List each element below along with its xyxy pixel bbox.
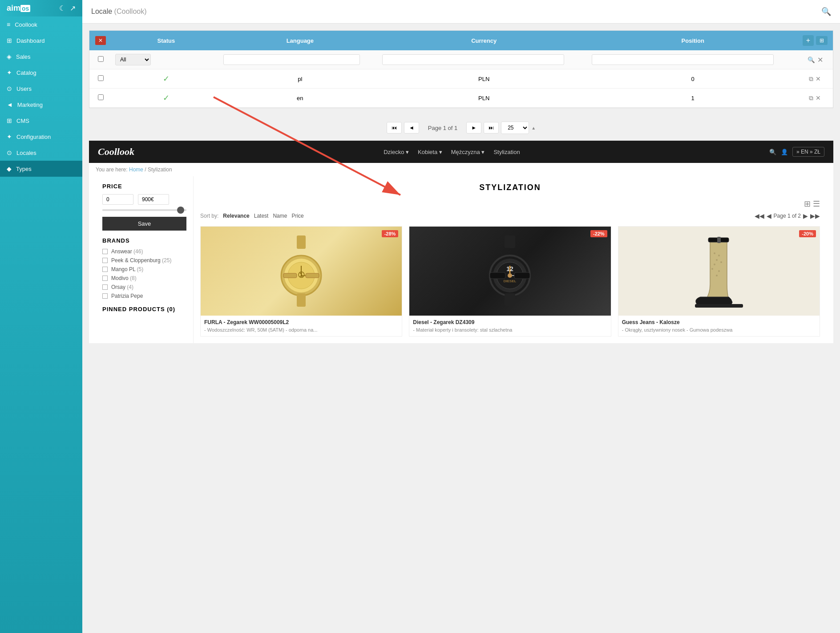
view-controls: ⊞ ☰ [200, 199, 820, 209]
svg-point-27 [714, 264, 715, 265]
delete-all-button[interactable]: ✕ [95, 36, 106, 45]
svg-rect-11 [306, 273, 319, 278]
sidebar-item-coollook[interactable]: ≡ Coollook [0, 16, 82, 32]
status-filter-select[interactable]: All Enabled Disabled [115, 54, 151, 65]
products-first-button[interactable]: ◀◀ [755, 212, 764, 219]
sidebar: aimos ☾ ↗ ≡ Coollook ⊞ Dashboard ◈ Sales… [0, 0, 82, 633]
product-2-image: 12 DIESEL [409, 227, 610, 316]
store-user-icon[interactable]: 👤 [781, 149, 788, 155]
price-slider-thumb[interactable] [177, 207, 184, 214]
sidebar-item-types[interactable]: ◆ Types [0, 161, 82, 177]
copy-row-1-button[interactable]: ⧉ [809, 75, 813, 83]
columns-button[interactable]: ⊞ [816, 36, 828, 45]
brand-orsay-label: Orsay (4) [111, 284, 133, 290]
products-next-button[interactable]: ▶ [803, 212, 808, 219]
filter-actions: 🔍 ✕ [797, 52, 833, 68]
per-page-select[interactable]: 25 50 100 [501, 122, 529, 134]
position-filter-input[interactable] [592, 54, 774, 65]
store-menu-dziecko[interactable]: Dziecko ▾ [384, 149, 409, 155]
sort-name[interactable]: Name [273, 213, 287, 219]
sort-price[interactable]: Price [291, 213, 303, 219]
product-card-3[interactable]: -20% [618, 226, 820, 337]
brand-modivo-checkbox[interactable] [102, 276, 108, 281]
sidebar-item-locales[interactable]: ⊙ Locales [0, 145, 82, 161]
store-menu-mezczyzna[interactable]: Mężczyzna ▾ [451, 149, 485, 155]
brand-orsay-checkbox[interactable] [102, 284, 108, 290]
products-last-button[interactable]: ▶▶ [810, 212, 820, 219]
brand-peek-checkbox[interactable] [102, 258, 108, 263]
sidebar-item-label: Catalog [16, 69, 36, 76]
search-filter-button[interactable]: 🔍 [808, 57, 815, 63]
add-row-button[interactable]: + [803, 35, 814, 46]
grid-view-icon[interactable]: ⊞ [804, 199, 811, 209]
price-max-input[interactable] [138, 194, 169, 205]
product-3-image [618, 227, 820, 316]
store-menu-kobieta[interactable]: Kobieta ▾ [418, 149, 442, 155]
language-filter-input[interactable] [223, 54, 360, 65]
breadcrumb-home[interactable]: Home [129, 166, 143, 173]
header-language: Language [221, 33, 380, 49]
price-slider[interactable] [102, 209, 186, 211]
product-card-2[interactable]: -22% 12 DIESEL [409, 226, 611, 337]
price-save-button[interactable]: Save [102, 217, 186, 231]
sidebar-item-label: Users [16, 85, 32, 92]
store-search-icon[interactable]: 🔍 [769, 149, 776, 155]
breadcrumb-separator: / [145, 166, 148, 173]
sidebar-item-marketing[interactable]: ◄ Marketing [0, 97, 82, 113]
sort-relevance[interactable]: Relevance [223, 213, 249, 219]
row-2-status: ✓ [112, 89, 221, 107]
brands-title: BRANDS [102, 237, 186, 244]
svg-point-24 [714, 252, 715, 254]
currency-filter-input[interactable] [382, 54, 564, 65]
sidebar-item-sales[interactable]: ◈ Sales [0, 49, 82, 65]
sidebar-item-label: Types [16, 166, 32, 172]
sidebar-top-bar: aimos ☾ ↗ [0, 0, 82, 16]
product-card-1[interactable]: -28% ① [200, 226, 402, 337]
logout-icon[interactable]: ↗ [70, 4, 76, 12]
marketing-icon: ◄ [7, 101, 13, 108]
store-navbar: Coollook Dziecko ▾ Kobieta ▾ Mężczyzna ▾… [89, 141, 833, 163]
brand-patrizia-checkbox[interactable] [102, 293, 108, 299]
row-checkbox [89, 90, 112, 106]
brand-patrizia-label: Patrizia Pepe [111, 293, 143, 299]
products-prev-button[interactable]: ◀ [767, 212, 771, 219]
select-all-checkbox[interactable] [98, 56, 104, 62]
delete-row-1-button[interactable]: ✕ [816, 75, 821, 82]
filter-currency [379, 51, 588, 69]
row-1-checkbox[interactable] [98, 75, 104, 81]
first-page-button[interactable]: ⏮ [387, 122, 402, 134]
top-bar: Locale (Coollook) 🔍 [82, 0, 840, 24]
copy-row-2-button[interactable]: ⧉ [809, 94, 813, 102]
moon-icon[interactable]: ☾ [59, 4, 65, 12]
row-2-checkbox[interactable] [98, 94, 104, 100]
filter-position [588, 51, 797, 69]
brand-mango-checkbox[interactable] [102, 267, 108, 272]
svg-point-25 [718, 255, 720, 256]
sidebar-item-cms[interactable]: ⊞ CMS [0, 113, 82, 129]
sort-latest[interactable]: Latest [254, 213, 269, 219]
store-lang-currency[interactable]: » EN » ZŁ [792, 147, 824, 157]
products-page-info: Page 1 of 2 [774, 213, 801, 219]
brand-answear-label: Answear (46) [111, 248, 143, 255]
sidebar-item-dashboard[interactable]: ⊞ Dashboard [0, 32, 82, 49]
cms-icon: ⊞ [7, 117, 12, 124]
store-menu-stylization[interactable]: Stylization [493, 149, 520, 155]
list-view-icon[interactable]: ☰ [813, 199, 820, 209]
last-page-button[interactable]: ⏭ [484, 122, 499, 134]
store-content: PRICE Save BRANDS Answear (46) Peek & Cl… [89, 176, 833, 343]
brand-answear-checkbox[interactable] [102, 249, 108, 254]
page-info: Page 1 of 1 [421, 122, 464, 134]
next-page-button[interactable]: ► [466, 122, 481, 134]
sidebar-item-users[interactable]: ⊙ Users [0, 81, 82, 97]
product-1-desc: - Wodoszczelność: WR, 50M (5ATM) - odpor… [204, 327, 398, 333]
svg-rect-22 [514, 272, 530, 279]
config-icon: ✦ [7, 133, 12, 140]
sidebar-item-catalog[interactable]: ✦ Catalog [0, 65, 82, 81]
sidebar-item-configuration[interactable]: ✦ Configuration [0, 129, 82, 145]
clear-filter-button[interactable]: ✕ [817, 56, 823, 64]
delete-row-2-button[interactable]: ✕ [816, 94, 821, 101]
search-icon[interactable]: 🔍 [821, 7, 831, 16]
price-min-input[interactable] [102, 194, 133, 205]
prev-page-button[interactable]: ◄ [404, 122, 419, 134]
svg-text:DIESEL: DIESEL [504, 279, 517, 283]
